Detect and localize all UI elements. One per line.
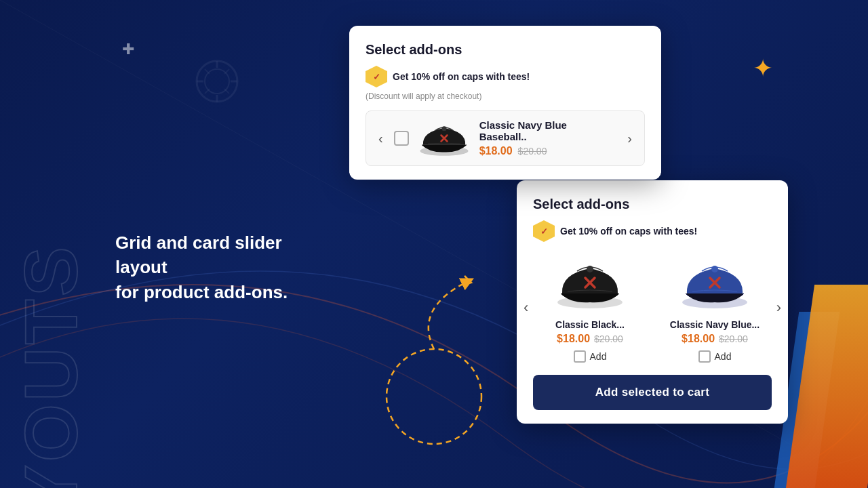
grid-arrow-left[interactable]: ‹ bbox=[524, 299, 528, 317]
card-grid-title: Select add-ons bbox=[533, 197, 772, 212]
svg-point-3 bbox=[387, 349, 481, 444]
plus-icon: ✚ bbox=[122, 41, 134, 58]
slider-arrow-right[interactable]: › bbox=[625, 128, 635, 149]
cap-black-grid-image bbox=[553, 256, 627, 310]
grid-add-label-1: Add bbox=[590, 351, 607, 362]
discount-note-slider: (Discount will apply at checkout) bbox=[366, 92, 645, 101]
cap-black-image bbox=[417, 117, 471, 159]
grid-product-item-1: Classic Black... $18.00 $20.00 Add bbox=[533, 253, 647, 363]
grid-add-row-2: Add bbox=[698, 350, 732, 363]
slider-row: ‹ Classic Navy Blue Basebal bbox=[366, 110, 645, 166]
grid-price-original-2: $20.00 bbox=[719, 333, 748, 344]
slider-product-name: Classic Navy Blue Baseball.. bbox=[479, 119, 617, 142]
grid-product-name-2: Classic Navy Blue... bbox=[670, 319, 760, 330]
grid-price-original-1: $20.00 bbox=[594, 333, 623, 344]
badge-icon-grid bbox=[533, 220, 555, 242]
promo-badge-grid: Get 10% off on caps with tees! bbox=[533, 220, 772, 242]
grid-product-image-2 bbox=[677, 253, 752, 314]
slider-price-row: $18.00 $20.00 bbox=[479, 145, 617, 157]
grid-price-row-1: $18.00 $20.00 bbox=[557, 333, 623, 345]
grid-add-label-2: Add bbox=[715, 351, 732, 362]
slider-product-info: Classic Navy Blue Baseball.. $18.00 $20.… bbox=[479, 119, 617, 157]
dashed-decoration bbox=[332, 268, 536, 458]
svg-point-9 bbox=[711, 266, 718, 272]
grid-products-wrapper: ‹ Classic Black... bbox=[533, 253, 772, 363]
grid-arrow-right[interactable]: › bbox=[776, 299, 781, 317]
grid-product-image-1 bbox=[553, 253, 627, 314]
card-slider-title: Select add-ons bbox=[366, 42, 645, 58]
grid-product-name-1: Classic Black... bbox=[555, 319, 625, 330]
layouts-watermark: LAYOUTS bbox=[14, 244, 88, 488]
star-icon: ✦ bbox=[753, 54, 773, 83]
svg-point-7 bbox=[587, 266, 593, 272]
grid-price-current-1: $18.00 bbox=[557, 333, 590, 345]
gear-icon bbox=[190, 54, 244, 108]
grid-products: Classic Black... $18.00 $20.00 Add bbox=[533, 253, 772, 363]
grid-product-item-2: Classic Navy Blue... $18.00 $20.00 Add bbox=[658, 253, 772, 363]
slider-price-original: $20.00 bbox=[518, 146, 547, 157]
card-slider: Select add-ons Get 10% off on caps with … bbox=[349, 26, 661, 180]
promo-text-slider: Get 10% off on caps with tees! bbox=[393, 71, 530, 82]
description-text: Grid and card slider layout for product … bbox=[115, 230, 332, 304]
grid-price-row-2: $18.00 $20.00 bbox=[682, 333, 748, 345]
grid-price-current-2: $18.00 bbox=[682, 333, 715, 345]
add-to-cart-button[interactable]: Add selected to cart bbox=[533, 375, 772, 410]
grid-checkbox-2[interactable] bbox=[698, 350, 711, 363]
promo-badge-slider: Get 10% off on caps with tees! bbox=[366, 66, 645, 87]
grid-checkbox-1[interactable] bbox=[574, 350, 586, 363]
slider-product-image bbox=[417, 118, 471, 159]
slider-price-current: $18.00 bbox=[479, 145, 513, 157]
badge-icon-slider bbox=[366, 66, 387, 87]
svg-point-5 bbox=[441, 126, 446, 131]
slider-product-checkbox[interactable] bbox=[394, 131, 409, 146]
grid-add-row-1: Add bbox=[574, 350, 607, 363]
card-grid: Select add-ons Get 10% off on caps with … bbox=[517, 180, 788, 424]
promo-text-grid: Get 10% off on caps with tees! bbox=[560, 226, 697, 237]
cap-navy-grid-image bbox=[677, 256, 752, 310]
slider-arrow-left[interactable]: ‹ bbox=[376, 128, 386, 149]
